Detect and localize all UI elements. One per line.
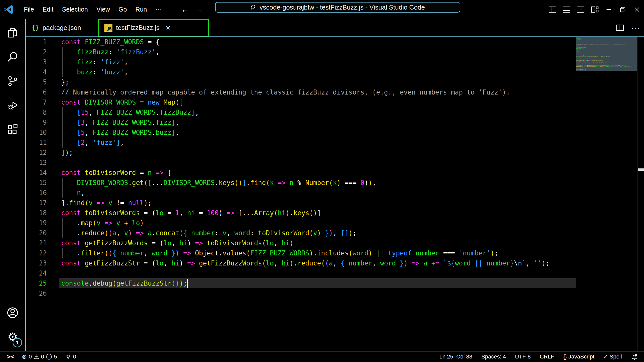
code-line[interactable]: const DIVISOR_WORDS = new Map([ [61, 97, 549, 107]
accounts-icon[interactable] [0, 301, 25, 325]
text-cursor [187, 279, 188, 288]
code-line[interactable]: DIVISOR_WORDS.get([...DIVISOR_WORDS.keys… [61, 178, 549, 188]
code-line[interactable]: .map(v => v + lo) [61, 218, 549, 228]
settings-gear-icon[interactable]: ⚙ 1 [0, 325, 25, 349]
more-actions-icon[interactable]: ··· [631, 23, 640, 32]
line-number: 7 [26, 97, 47, 107]
code-line[interactable]: [3, FIZZ_BUZZ_WORDS.fizz], [61, 117, 549, 127]
window-controls [545, 0, 644, 19]
restore-button[interactable] [616, 0, 630, 19]
code-line[interactable]: const toDivisorWord = n => [ [61, 168, 549, 178]
menu-run[interactable]: Run [131, 4, 151, 15]
back-arrow-icon[interactable]: ← [178, 5, 192, 14]
run-and-debug-icon[interactable] [0, 93, 25, 117]
code-line[interactable]: [15, FIZZ_BUZZ_WORDS.fizzBuzz], [61, 107, 549, 117]
code-lines: const FIZZ_BUZZ_WORDS = { fizzBuzz: 'fiz… [61, 37, 549, 298]
code-line[interactable]: // Numerically ordered map capable of ex… [61, 87, 549, 97]
remote-icon: >< [7, 353, 14, 360]
code-line[interactable] [61, 288, 549, 298]
line-number: 8 [26, 107, 47, 117]
code-line[interactable]: fizzBuzz: 'fizzBuzz', [61, 47, 549, 57]
code-line[interactable]: [2, 'fuzz'], [61, 138, 549, 148]
errors-count: 0 [29, 353, 32, 360]
tab-close-icon[interactable]: × [166, 23, 170, 32]
code-line[interactable]: .reduce((a, v) => a.concat({ number: v, … [61, 228, 549, 238]
window-title: vscode-gosurajbtw - testFizzBuzz.js - Vi… [260, 4, 425, 11]
toggle-primary-sidebar-icon[interactable] [545, 0, 559, 19]
customize-layout-icon[interactable] [588, 0, 602, 19]
broadcast-tower-icon [65, 353, 71, 360]
line-number: 9 [26, 117, 47, 127]
code-line[interactable]: const getFizzBuzzWords = (lo, hi) => toD… [61, 238, 549, 248]
line-number: 3 [26, 57, 47, 67]
code-line[interactable]: n, [61, 188, 549, 198]
problems-indicator[interactable]: ⊗ 0 ⚠ 0 ⓘ 5 [19, 352, 60, 362]
command-center[interactable]: vscode-gosurajbtw - testFizzBuzz.js - Vi… [215, 2, 460, 13]
encoding[interactable]: UTF-8 [512, 352, 533, 362]
line-number: 25 [26, 278, 47, 288]
code-line[interactable]: const getFizzBuzzStr = (lo, hi) => getFi… [61, 258, 549, 268]
tab-testfizzbuzz-js[interactable]: JS testFizzBuzz.js × [98, 19, 209, 36]
search-icon[interactable] [0, 45, 25, 69]
indentation[interactable]: Spaces: 4 [479, 352, 508, 362]
title-bar: File Edit Selection View Go Run ··· ← → … [0, 0, 644, 19]
code-line[interactable] [61, 158, 549, 168]
code-editor[interactable]: 1234567891011121314151617181920212223242… [26, 37, 644, 351]
info-count: 5 [54, 353, 57, 360]
extensions-icon[interactable] [0, 117, 25, 142]
menu-file[interactable]: File [20, 4, 38, 15]
info-icon: ⓘ [46, 353, 52, 361]
menu-bar: File Edit Selection View Go Run ··· [20, 4, 166, 15]
cursor-position[interactable]: Ln 25, Col 33 [437, 352, 475, 362]
notifications-bell[interactable] [628, 352, 640, 362]
overview-ruler-cursor-marker [638, 168, 644, 171]
menu-view[interactable]: View [92, 4, 114, 15]
ports-indicator[interactable]: 0 [62, 352, 79, 362]
menu-overflow-icon[interactable]: ··· [151, 4, 166, 15]
warnings-count: 0 [41, 353, 44, 360]
code-line[interactable]: fizz: 'fizz', [61, 57, 549, 67]
code-line[interactable]: buzz: 'buzz', [61, 67, 549, 77]
tab-package-json[interactable]: {} package.json [26, 19, 97, 36]
minimap[interactable]: const FIZZ_BUZZ_WORDS = { fizzBuzz: 'fiz… [576, 37, 637, 71]
warnings-icon: ⚠ [34, 353, 39, 360]
menu-selection[interactable]: Selection [58, 4, 92, 15]
activity-bar: ⚙ 1 [0, 19, 26, 351]
code-line[interactable]: .filter(({ number, word }) => Object.val… [61, 248, 549, 258]
toggle-secondary-sidebar-icon[interactable] [574, 0, 588, 19]
tab-group-separator [611, 19, 611, 36]
explorer-icon[interactable] [0, 21, 25, 45]
line-number: 20 [26, 228, 47, 238]
menu-edit[interactable]: Edit [38, 4, 58, 15]
forward-arrow-icon[interactable]: → [192, 5, 207, 14]
line-number: 22 [26, 248, 47, 258]
toggle-panel-icon[interactable] [559, 0, 574, 19]
spell-checker[interactable]: ✓ Spell [601, 352, 624, 362]
minimize-button[interactable] [602, 0, 616, 19]
close-button[interactable] [630, 0, 644, 19]
code-line[interactable]: const toDivisorWords = (lo = 1, hi = 100… [61, 208, 549, 218]
line-number: 6 [26, 87, 47, 97]
line-number: 14 [26, 168, 47, 178]
source-control-icon[interactable] [0, 69, 25, 93]
code-line[interactable] [61, 268, 549, 278]
status-bar: >< ⊗ 0 ⚠ 0 ⓘ 5 0 Ln 25, Col 33 Spaces: 4… [0, 351, 644, 362]
split-editor-icon[interactable] [616, 24, 624, 31]
code-line[interactable]: [5, FIZZ_BUZZ_WORDS.buzz], [61, 127, 549, 138]
eol-sequence[interactable]: CRLF [537, 352, 557, 362]
code-line[interactable]: console.debug(getFizzBuzzStr()); [61, 278, 549, 288]
settings-badge: 1 [13, 338, 22, 347]
code-line[interactable]: ].find(v => v != null); [61, 198, 549, 208]
history-navigation: ← → [178, 5, 207, 14]
menu-go[interactable]: Go [114, 4, 131, 15]
code-line[interactable]: }; [61, 77, 549, 87]
line-number: 1 [26, 37, 47, 47]
code-line[interactable]: ]); [61, 148, 549, 158]
line-number: 2 [26, 47, 47, 57]
line-number: 10 [26, 127, 47, 138]
language-mode[interactable]: {} JavaScript [561, 352, 597, 362]
line-number: 13 [26, 158, 47, 168]
ports-count: 0 [73, 353, 76, 360]
code-line[interactable]: const FIZZ_BUZZ_WORDS = { [61, 37, 549, 47]
remote-indicator[interactable]: >< [5, 352, 17, 362]
